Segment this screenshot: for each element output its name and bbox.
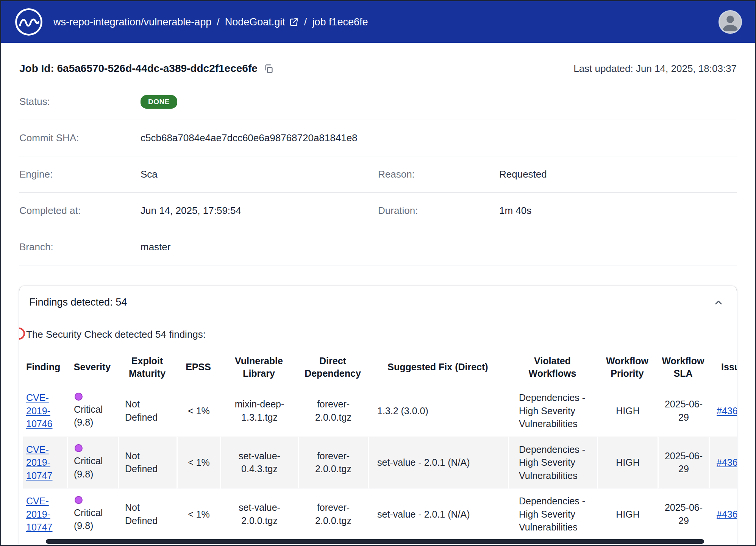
severity-critical-icon bbox=[75, 444, 83, 452]
findings-summary-text: The Security Check detected 54 findings: bbox=[26, 329, 206, 340]
workflow-sla-value: 2025-06-29 bbox=[658, 488, 709, 540]
status-label: Status: bbox=[19, 96, 141, 108]
col-header-exploit-maturity: Exploit Maturity bbox=[118, 349, 177, 385]
breadcrumb-separator: / bbox=[217, 16, 220, 28]
breadcrumb-project[interactable]: NodeGoat.git bbox=[225, 16, 299, 28]
table-header-row: Finding Severity Exploit Maturity EPSS V… bbox=[23, 349, 737, 385]
col-header-workflow-priority: Workflow Priority bbox=[597, 349, 658, 385]
violated-workflows-value: Dependencies - High Severity Vulnerabili… bbox=[508, 385, 597, 437]
col-header-suggested-fix: Suggested Fix (Direct) bbox=[368, 349, 508, 385]
direct-dependency-value: forever-2.0.0.tgz bbox=[298, 437, 368, 488]
copy-job-id-button[interactable] bbox=[264, 64, 274, 74]
job-id: Job Id: 6a5a6570-526d-44dc-a389-ddc2f1ec… bbox=[19, 62, 258, 75]
col-header-epss: EPSS bbox=[177, 349, 220, 385]
epss-value: < 1% bbox=[177, 437, 220, 488]
vulnerable-library-value: set-value-2.0.0.tgz bbox=[220, 488, 298, 540]
suggested-fix-value: set-value - 2.0.1 (N/A) bbox=[368, 488, 508, 540]
user-avatar[interactable] bbox=[719, 10, 742, 34]
workflow-priority-value: HIGH bbox=[597, 437, 658, 488]
engine-value: Sca bbox=[141, 168, 158, 180]
findings-panel: Findings detected: 54 The Security Check… bbox=[19, 286, 737, 546]
commit-sha-value: c5cb68a7084e4ae7dcc60e6a98768720a81841e8 bbox=[141, 132, 358, 144]
finding-cve-link[interactable]: CVE-2019-10747 bbox=[26, 444, 53, 481]
completed-at-value: Jun 14, 2025, 17:59:54 bbox=[141, 205, 241, 217]
findings-table-container: Finding Severity Exploit Maturity EPSS V… bbox=[19, 349, 737, 540]
issue-link[interactable]: #436 bbox=[717, 509, 737, 519]
external-link-icon[interactable] bbox=[289, 17, 299, 27]
workflow-priority-value: HIGH bbox=[597, 488, 658, 540]
breadcrumb-project-label[interactable]: NodeGoat.git bbox=[225, 16, 285, 28]
finding-cve-link[interactable]: CVE-2019-10747 bbox=[26, 496, 53, 532]
finding-row: CVE-2019-10747 Critical (9.8) Not Define… bbox=[23, 437, 737, 488]
completed-at-label: Completed at: bbox=[19, 205, 141, 217]
severity-critical-icon bbox=[75, 393, 83, 401]
job-details-section: Job Id: 6a5a6570-526d-44dc-a389-ddc2f1ec… bbox=[1, 43, 755, 265]
finding-row: CVE-2019-10746 Critical (9.8) Not Define… bbox=[23, 385, 737, 437]
workflow-priority-value: HIGH bbox=[597, 385, 658, 437]
field-row-status: Status: DONE bbox=[19, 84, 737, 120]
field-row-completed-duration: Completed at: Jun 14, 2025, 17:59:54 Dur… bbox=[19, 193, 737, 229]
field-row-engine-reason: Engine: Sca Reason: Requested bbox=[19, 156, 737, 193]
workflow-sla-value: 2025-06-29 bbox=[658, 437, 709, 488]
col-header-vulnerable-library: Vulnerable Library bbox=[220, 349, 298, 385]
alert-icon bbox=[19, 328, 25, 340]
branch-label: Branch: bbox=[19, 241, 141, 253]
col-header-severity: Severity bbox=[67, 349, 118, 385]
findings-panel-title: Findings detected: 54 bbox=[29, 296, 127, 308]
commit-sha-label: Commit SHA: bbox=[19, 132, 141, 144]
reason-value: Requested bbox=[499, 168, 547, 180]
severity-value: Critical (9.8) bbox=[74, 454, 115, 480]
direct-dependency-value: forever-2.0.0.tgz bbox=[298, 385, 368, 437]
collapse-panel-button[interactable] bbox=[713, 297, 724, 308]
col-header-finding: Finding bbox=[23, 349, 67, 385]
duration-value: 1m 40s bbox=[499, 205, 531, 217]
reason-label: Reason: bbox=[378, 168, 499, 180]
severity-value: Critical (9.8) bbox=[74, 403, 115, 429]
top-navbar: ws-repo-integration/vulnerable-app / Nod… bbox=[1, 1, 755, 43]
col-header-issue: Issue bbox=[709, 349, 737, 385]
findings-summary-line: The Security Check detected 54 findings: bbox=[19, 329, 737, 340]
breadcrumb-repo[interactable]: ws-repo-integration/vulnerable-app bbox=[53, 16, 211, 28]
exploit-maturity-value: Not Defined bbox=[118, 437, 177, 488]
horizontal-scrollbar[interactable] bbox=[46, 539, 704, 544]
last-updated: Last updated: Jun 14, 2025, 18:03:37 bbox=[573, 63, 737, 75]
exploit-maturity-value: Not Defined bbox=[118, 488, 177, 540]
breadcrumb: ws-repo-integration/vulnerable-app / Nod… bbox=[53, 16, 368, 28]
mend-logo-icon[interactable] bbox=[14, 7, 44, 37]
issue-link[interactable]: #436 bbox=[717, 457, 737, 468]
workflow-sla-value: 2025-06-29 bbox=[658, 385, 709, 437]
epss-value: < 1% bbox=[177, 488, 220, 540]
violated-workflows-value: Dependencies - High Severity Vulnerabili… bbox=[508, 437, 597, 488]
duration-label: Duration: bbox=[378, 205, 499, 217]
finding-row: CVE-2019-10747 Critical (9.8) Not Define… bbox=[23, 488, 737, 540]
direct-dependency-value: forever-2.0.0.tgz bbox=[298, 488, 368, 540]
suggested-fix-value: set-value - 2.0.1 (N/A) bbox=[368, 437, 508, 488]
col-header-workflow-sla: Workflow SLA bbox=[658, 349, 709, 385]
finding-cve-link[interactable]: CVE-2019-10746 bbox=[26, 392, 53, 429]
suggested-fix-value: 1.3.2 (3.0.0) bbox=[368, 385, 508, 437]
issue-link[interactable]: #436 bbox=[717, 406, 737, 416]
findings-table: Finding Severity Exploit Maturity EPSS V… bbox=[23, 349, 737, 540]
branch-value: master bbox=[141, 241, 170, 253]
violated-workflows-value: Dependencies - High Severity Vulnerabili… bbox=[508, 488, 597, 540]
vulnerable-library-value: set-value-0.4.3.tgz bbox=[220, 437, 298, 488]
severity-critical-icon bbox=[75, 496, 83, 504]
col-header-direct-dependency: Direct Dependency bbox=[298, 349, 368, 385]
status-badge: DONE bbox=[141, 95, 177, 109]
breadcrumb-separator: / bbox=[304, 16, 307, 28]
engine-label: Engine: bbox=[19, 168, 141, 180]
field-row-branch: Branch: master bbox=[19, 229, 737, 265]
exploit-maturity-value: Not Defined bbox=[118, 385, 177, 437]
severity-value: Critical (9.8) bbox=[74, 506, 115, 532]
breadcrumb-job: job f1ece6fe bbox=[312, 16, 368, 28]
field-row-commit: Commit SHA: c5cb68a7084e4ae7dcc60e6a9876… bbox=[19, 120, 737, 156]
epss-value: < 1% bbox=[177, 385, 220, 437]
vulnerable-library-value: mixin-deep-1.3.1.tgz bbox=[220, 385, 298, 437]
col-header-violated-workflows: Violated Workflows bbox=[508, 349, 597, 385]
